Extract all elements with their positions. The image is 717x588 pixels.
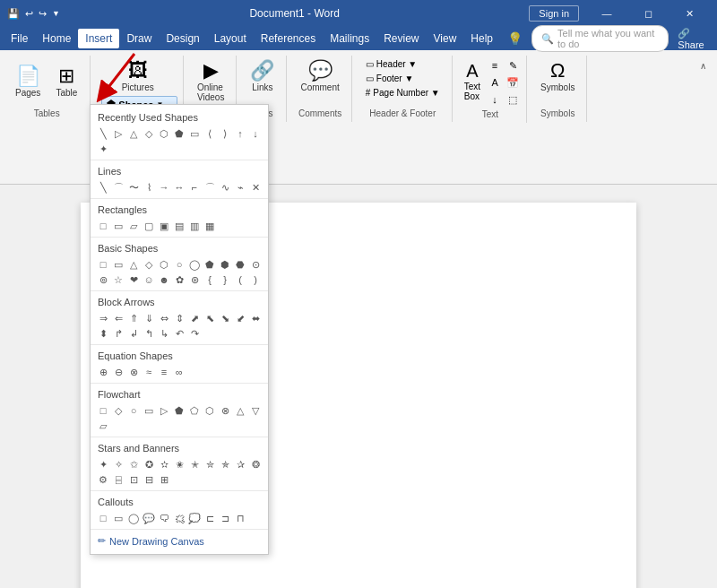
pictures-button[interactable]: 🖼 Pictures	[116, 57, 160, 96]
callout-4[interactable]: 💬	[142, 511, 156, 525]
tell-me-input[interactable]: 🔍 Tell me what you want to do	[531, 25, 669, 52]
basic-7[interactable]: ◯	[187, 257, 202, 272]
customize-quick-access[interactable]: ▼	[52, 9, 60, 18]
menu-item-help[interactable]: Help	[463, 29, 500, 48]
shape-up-arrow[interactable]: ↑	[233, 126, 247, 141]
callout-1[interactable]: □	[96, 511, 110, 525]
shape-star4[interactable]: ✦	[96, 142, 110, 156]
header-button[interactable]: ▭ Header ▼	[359, 57, 446, 71]
redo-icon[interactable]: ↪	[39, 8, 47, 20]
line-straight[interactable]: ╲	[96, 180, 110, 195]
basic-9[interactable]: ⬢	[218, 257, 232, 272]
basic-3[interactable]: △	[126, 257, 141, 272]
line-curve[interactable]: 〜	[126, 180, 141, 195]
page-number-button[interactable]: # Page Number ▼	[359, 86, 446, 99]
share-button[interactable]: 🔗 Share	[678, 28, 713, 50]
callout-3[interactable]: ◯	[126, 511, 141, 525]
online-videos-button[interactable]: ▶ OnlineVideos	[191, 57, 230, 106]
basic-18[interactable]: ⊛	[187, 272, 202, 287]
basic-22[interactable]: )	[248, 272, 263, 287]
text-box-button[interactable]: A TextBox	[460, 57, 485, 108]
callout-7[interactable]: 💭	[187, 511, 202, 525]
flow-9[interactable]: ⊗	[218, 403, 232, 418]
shape-hexagon[interactable]: ⬡	[157, 126, 171, 141]
line-s[interactable]: ⌁	[233, 180, 247, 195]
barrow-3[interactable]: ⇑	[126, 311, 141, 325]
menu-item-review[interactable]: Review	[376, 29, 426, 48]
callout-9[interactable]: ⊐	[218, 511, 232, 525]
barrow-11[interactable]: ⬌	[248, 311, 263, 325]
eq-3[interactable]: ⊗	[126, 365, 141, 379]
links-button[interactable]: 🔗 Links	[244, 57, 281, 96]
barrow-13[interactable]: ↱	[111, 326, 125, 341]
star-1[interactable]: ✦	[96, 457, 110, 471]
object-button[interactable]: ⬚	[505, 91, 521, 108]
flow-2[interactable]: ◇	[111, 403, 125, 418]
footer-button[interactable]: ▭ Footer ▼	[359, 72, 446, 85]
star-9[interactable]: ✯	[218, 457, 232, 471]
basic-5[interactable]: ⬡	[157, 257, 171, 272]
basic-6[interactable]: ○	[172, 257, 186, 272]
menu-item-insert[interactable]: Insert	[78, 29, 119, 48]
close-button[interactable]: ✕	[669, 0, 710, 27]
star-3[interactable]: ✩	[126, 457, 141, 471]
callout-10[interactable]: ⊓	[233, 511, 247, 525]
basic-15[interactable]: ☺	[142, 272, 156, 287]
save-icon[interactable]: 💾	[7, 8, 20, 20]
shape-line[interactable]: ╲	[96, 126, 110, 141]
shape-down-arrow[interactable]: ↓	[248, 126, 263, 141]
barrow-1[interactable]: ⇒	[96, 311, 110, 325]
barrow-12[interactable]: ⬍	[96, 326, 110, 341]
sign-in-button[interactable]: Sign in	[529, 5, 579, 22]
eq-6[interactable]: ∞	[172, 365, 186, 379]
line-double-arrow[interactable]: ↔	[172, 180, 186, 195]
star-2[interactable]: ✧	[111, 457, 125, 471]
shape-triangle[interactable]: △	[126, 126, 141, 141]
menu-item-design[interactable]: Design	[159, 29, 206, 48]
rect-4[interactable]: ▢	[142, 219, 156, 233]
flow-11[interactable]: ▽	[248, 403, 263, 418]
basic-11[interactable]: ⊙	[248, 257, 263, 272]
barrow-2[interactable]: ⇐	[111, 311, 125, 325]
line-elbow[interactable]: ⌐	[187, 180, 202, 195]
shape-arrow-right[interactable]: ▷	[111, 126, 125, 141]
flow-4[interactable]: ▭	[142, 403, 156, 418]
symbols-button[interactable]: Ω Symbols	[534, 57, 581, 96]
shape-rect[interactable]: ▭	[187, 126, 202, 141]
eq-5[interactable]: ≡	[157, 365, 171, 379]
basic-1[interactable]: □	[96, 257, 110, 272]
menu-item-mailings[interactable]: Mailings	[323, 29, 376, 48]
maximize-button[interactable]: ◻	[627, 0, 669, 27]
banner-2[interactable]: ⊡	[126, 472, 141, 487]
wordart-button[interactable]: A	[487, 74, 503, 91]
rect-5[interactable]: ▣	[157, 219, 171, 233]
star-7[interactable]: ✭	[187, 457, 202, 471]
rect-6[interactable]: ▤	[172, 219, 186, 233]
undo-icon[interactable]: ↩	[25, 8, 33, 20]
pages-button[interactable]: 📄 Pages	[9, 63, 47, 101]
callout-2[interactable]: ▭	[111, 511, 125, 525]
flow-1[interactable]: □	[96, 403, 110, 418]
barrow-9[interactable]: ⬊	[218, 311, 232, 325]
basic-4[interactable]: ◇	[142, 257, 156, 272]
banner-3[interactable]: ⊟	[142, 472, 156, 487]
star-12[interactable]: ⚙	[96, 472, 110, 487]
comment-button[interactable]: 💬 Comment	[294, 57, 345, 96]
barrow-8[interactable]: ⬉	[203, 311, 217, 325]
shape-pentagon[interactable]: ⬟	[172, 126, 186, 141]
line-wave[interactable]: ∿	[218, 180, 232, 195]
basic-12[interactable]: ⊚	[96, 272, 110, 287]
menu-item-home[interactable]: Home	[35, 29, 78, 48]
date-time-button[interactable]: 📅	[505, 74, 521, 91]
barrow-6[interactable]: ⇕	[172, 311, 186, 325]
signature-line-button[interactable]: ✎	[505, 57, 521, 74]
star-8[interactable]: ✮	[203, 457, 217, 471]
line-x[interactable]: ✕	[248, 180, 263, 195]
flow-8[interactable]: ⬡	[203, 403, 217, 418]
star-10[interactable]: ✰	[233, 457, 247, 471]
new-drawing-canvas-button[interactable]: ✏ New Drawing Canvas	[91, 532, 268, 550]
basic-19[interactable]: {	[203, 272, 217, 287]
barrow-5[interactable]: ⇔	[157, 311, 171, 325]
shape-diamond[interactable]: ◇	[142, 126, 156, 141]
basic-20[interactable]: }	[218, 272, 232, 287]
